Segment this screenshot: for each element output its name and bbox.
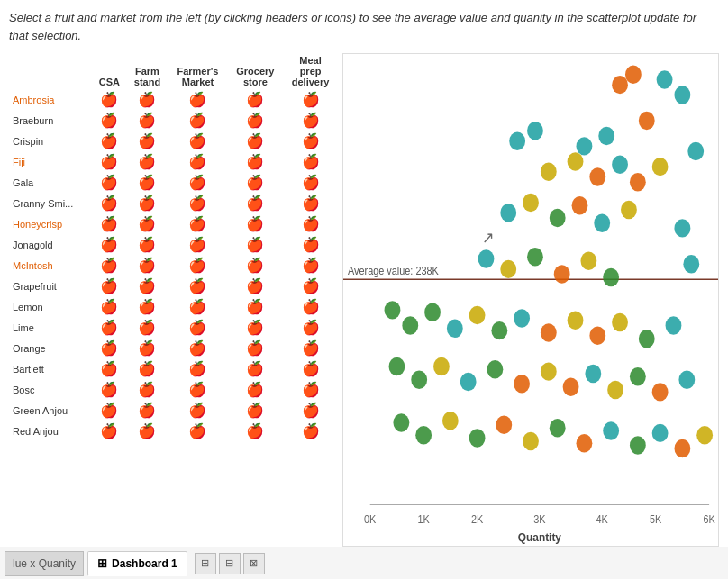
fruit-icon-cell[interactable]: 🍎	[168, 172, 227, 193]
fruit-icon-cell[interactable]: 🍎	[228, 172, 284, 193]
table-row[interactable]: Crispin🍎🍎🍎🍎🍎	[9, 131, 338, 151]
fruit-icon-cell[interactable]: 🍎	[127, 89, 168, 110]
fruit-icon-cell[interactable]: 🍎	[228, 110, 284, 131]
fruit-name-cell[interactable]: Red Anjou	[9, 421, 92, 441]
fruit-icon-cell[interactable]: 🍎	[92, 213, 126, 234]
fruit-icon-cell[interactable]: 🍎	[127, 255, 168, 276]
table-row[interactable]: Bartlett🍎🍎🍎🍎🍎	[9, 358, 338, 379]
fruit-icon-cell[interactable]: 🍎	[228, 358, 284, 379]
fruit-name-cell[interactable]: Fiji	[9, 151, 92, 172]
fruit-icon-cell[interactable]: 🍎	[92, 421, 126, 441]
fruit-icon-cell[interactable]: 🍎	[92, 172, 126, 193]
fruit-icon-cell[interactable]: 🍎	[127, 213, 168, 234]
fruit-icon-cell[interactable]: 🍎	[228, 338, 284, 358]
fruit-name-cell[interactable]: Bartlett	[9, 358, 92, 379]
fruit-icon-cell[interactable]: 🍎	[283, 358, 338, 379]
fruit-icon-cell[interactable]: 🍎	[283, 400, 338, 421]
fruit-icon-cell[interactable]: 🍎	[168, 276, 227, 296]
fruit-name-cell[interactable]: Braeburn	[9, 110, 92, 131]
fruit-icon-cell[interactable]: 🍎	[283, 110, 338, 131]
tab-action-remove[interactable]: ⊠	[243, 553, 265, 574]
fruit-icon-cell[interactable]: 🍎	[92, 89, 126, 110]
fruit-icon-cell[interactable]: 🍎	[127, 172, 168, 193]
fruit-icon-cell[interactable]: 🍎	[92, 193, 126, 213]
fruit-icon-cell[interactable]: 🍎	[228, 234, 284, 255]
fruit-icon-cell[interactable]: 🍎	[127, 421, 168, 441]
table-row[interactable]: Jonagold🍎🍎🍎🍎🍎	[9, 234, 338, 255]
fruit-name-cell[interactable]: Lime	[9, 317, 92, 338]
fruit-icon-cell[interactable]: 🍎	[283, 276, 338, 296]
fruit-icon-cell[interactable]: 🍎	[92, 234, 126, 255]
col-header-farm-stand[interactable]: Farmstand	[127, 53, 168, 89]
table-row[interactable]: McIntosh🍎🍎🍎🍎🍎	[9, 255, 338, 276]
fruit-icon-cell[interactable]: 🍎	[168, 193, 227, 213]
fruit-name-cell[interactable]: Orange	[9, 338, 92, 358]
fruit-icon-cell[interactable]: 🍎	[228, 213, 284, 234]
fruit-icon-cell[interactable]: 🍎	[168, 379, 227, 400]
fruit-icon-cell[interactable]: 🍎	[283, 151, 338, 172]
fruit-icon-cell[interactable]: 🍎	[92, 131, 126, 151]
fruit-icon-cell[interactable]: 🍎	[168, 213, 227, 234]
fruit-icon-cell[interactable]: 🍎	[228, 151, 284, 172]
fruit-icon-cell[interactable]: 🍎	[127, 317, 168, 338]
fruit-icon-cell[interactable]: 🍎	[283, 172, 338, 193]
fruit-icon-cell[interactable]: 🍎	[228, 89, 284, 110]
scatterplot[interactable]: Average value: 238K 0K 1K 2K 3K 4K 5K 6K…	[342, 53, 719, 547]
fruit-icon-cell[interactable]: 🍎	[228, 421, 284, 441]
table-row[interactable]: Gala🍎🍎🍎🍎🍎	[9, 172, 338, 193]
fruit-icon-cell[interactable]: 🍎	[168, 151, 227, 172]
fruit-icon-cell[interactable]: 🍎	[127, 110, 168, 131]
col-header-farmers-market[interactable]: Farmer'sMarket	[168, 53, 227, 89]
fruit-icon-cell[interactable]: 🍎	[283, 193, 338, 213]
fruit-icon-cell[interactable]: 🍎	[168, 338, 227, 358]
tab-action-add[interactable]: ⊞	[195, 553, 216, 574]
fruit-icon-cell[interactable]: 🍎	[127, 338, 168, 358]
table-row[interactable]: Granny Smi...🍎🍎🍎🍎🍎	[9, 193, 338, 213]
fruit-icon-cell[interactable]: 🍎	[168, 255, 227, 276]
fruit-icon-cell[interactable]: 🍎	[127, 193, 168, 213]
fruit-icon-cell[interactable]: 🍎	[283, 338, 338, 358]
fruit-icon-cell[interactable]: 🍎	[127, 296, 168, 317]
fruit-name-cell[interactable]: Grapefruit	[9, 276, 92, 296]
fruit-icon-cell[interactable]: 🍎	[92, 400, 126, 421]
fruit-name-cell[interactable]: Ambrosia	[9, 89, 92, 110]
fruit-icon-cell[interactable]: 🍎	[283, 213, 338, 234]
fruit-name-cell[interactable]: McIntosh	[9, 255, 92, 276]
fruit-icon-cell[interactable]: 🍎	[283, 89, 338, 110]
fruit-icon-cell[interactable]: 🍎	[283, 255, 338, 276]
fruit-icon-cell[interactable]: 🍎	[168, 89, 227, 110]
fruit-icon-cell[interactable]: 🍎	[228, 317, 284, 338]
table-row[interactable]: Bosc🍎🍎🍎🍎🍎	[9, 379, 338, 400]
fruit-name-cell[interactable]: Honeycrisp	[9, 213, 92, 234]
fruit-icon-cell[interactable]: 🍎	[168, 131, 227, 151]
fruit-icon-cell[interactable]: 🍎	[92, 338, 126, 358]
fruit-icon-cell[interactable]: 🍎	[127, 131, 168, 151]
table-row[interactable]: Green Anjou🍎🍎🍎🍎🍎	[9, 400, 338, 421]
table-row[interactable]: Honeycrisp🍎🍎🍎🍎🍎	[9, 213, 338, 234]
fruit-icon-cell[interactable]: 🍎	[127, 151, 168, 172]
fruit-icon-cell[interactable]: 🍎	[283, 131, 338, 151]
table-row[interactable]: Fiji🍎🍎🍎🍎🍎	[9, 151, 338, 172]
col-header-grocery-store[interactable]: Grocerystore	[228, 53, 284, 89]
fruit-icon-cell[interactable]: 🍎	[168, 110, 227, 131]
table-row[interactable]: Lemon🍎🍎🍎🍎🍎	[9, 296, 338, 317]
fruit-icon-cell[interactable]: 🍎	[168, 400, 227, 421]
fruit-name-cell[interactable]: Gala	[9, 172, 92, 193]
fruit-icon-cell[interactable]: 🍎	[228, 379, 284, 400]
fruit-icon-cell[interactable]: 🍎	[168, 317, 227, 338]
fruit-icon-cell[interactable]: 🍎	[283, 421, 338, 441]
tab-action-duplicate[interactable]: ⊟	[219, 553, 241, 574]
fruit-name-cell[interactable]: Crispin	[9, 131, 92, 151]
fruit-name-cell[interactable]: Jonagold	[9, 234, 92, 255]
fruit-icon-cell[interactable]: 🍎	[92, 151, 126, 172]
tab-dashboard-1[interactable]: ⊞ Dashboard 1	[87, 551, 187, 576]
table-row[interactable]: Grapefruit🍎🍎🍎🍎🍎	[9, 276, 338, 296]
fruit-icon-cell[interactable]: 🍎	[127, 400, 168, 421]
col-header-csa[interactable]: CSA	[92, 53, 126, 89]
fruit-icon-cell[interactable]: 🍎	[283, 379, 338, 400]
fruit-icon-cell[interactable]: 🍎	[283, 317, 338, 338]
fruit-icon-cell[interactable]: 🍎	[92, 296, 126, 317]
table-row[interactable]: Red Anjou🍎🍎🍎🍎🍎	[9, 421, 338, 441]
col-header-meal-prep[interactable]: Mealprepdelivery	[283, 53, 338, 89]
fruit-icon-cell[interactable]: 🍎	[92, 110, 126, 131]
